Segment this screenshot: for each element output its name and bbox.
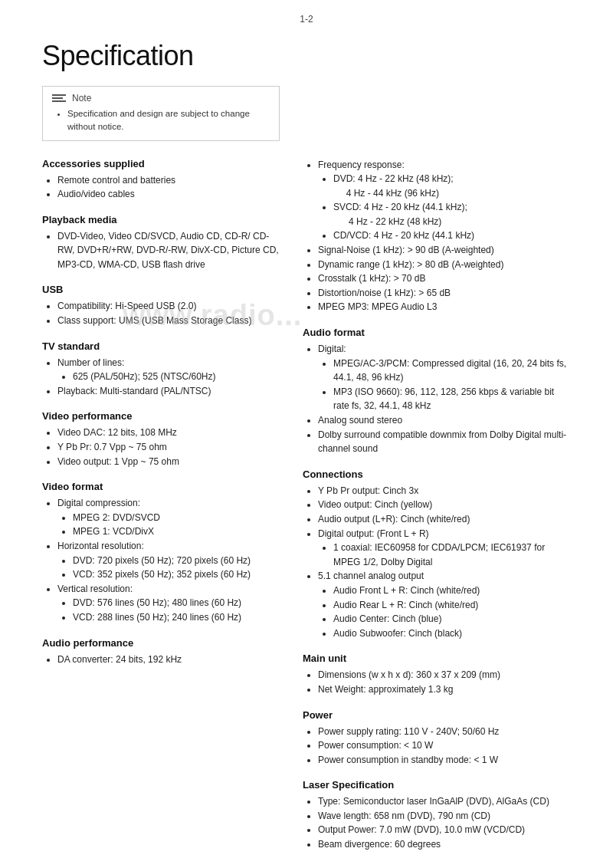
list-item: Y Pb Pr output: Cinch 3x — [318, 484, 571, 498]
list-item: Crosstalk (1 kHz): > 70 dB — [318, 271, 571, 286]
right-column: Frequency response: DVD: 4 Hz - 22 kHz (… — [303, 158, 571, 864]
note-label: Note — [72, 93, 91, 104]
list-item: Type: Semiconductor laser InGaAlP (DVD),… — [318, 794, 571, 809]
list-item: Playback: Multi-standard (PAL/NTSC) — [57, 384, 280, 399]
list-item: Frequency response: DVD: 4 Hz - 22 kHz (… — [318, 158, 571, 244]
section-audio-perf: Audio performance DA converter: 24 bits,… — [42, 637, 280, 667]
list-item: SVCD: 4 Hz - 20 kHz (44.1 kHz); 4 Hz - 2… — [333, 200, 571, 229]
list-item: Audio Subwoofer: Cinch (black) — [333, 626, 571, 641]
list-item: Audio/video cables — [57, 187, 280, 202]
connections-list: Y Pb Pr output: Cinch 3x Video output: C… — [303, 484, 571, 641]
left-column: Accessories supplied Remote control and … — [42, 158, 280, 864]
section-laser: Laser Specification Type: Semiconductor … — [303, 779, 571, 851]
section-title-laser: Laser Specification — [303, 779, 571, 791]
list-item: Y Pb Pr: 0.7 Vpp ~ 75 ohm — [57, 440, 280, 455]
main-unit-list: Dimensions (w x h x d): 360 x 37 x 209 (… — [303, 668, 571, 696]
list-item: 1 coaxial: IEC60958 for CDDA/LPCM; IEC61… — [333, 541, 571, 569]
section-title-video-format: Video format — [42, 481, 280, 492]
section-accessories: Accessories supplied Remote control and … — [42, 158, 280, 202]
list-item: VCD: 288 lines (50 Hz); 240 lines (60 Hz… — [73, 610, 280, 625]
list-item: Distortion/noise (1 kHz): > 65 dB — [318, 286, 571, 301]
section-main-unit: Main unit Dimensions (w x h x d): 360 x … — [303, 653, 571, 696]
list-item: Audio Front L + R: Cinch (white/red) — [333, 584, 571, 598]
laser-list: Type: Semiconductor laser InGaAlP (DVD),… — [303, 794, 571, 851]
section-freq: Frequency response: DVD: 4 Hz - 22 kHz (… — [303, 158, 571, 315]
list-item: MPEG 1: VCD/DivX — [73, 524, 280, 539]
section-video-perf: Video performance Video DAC: 12 bits, 10… — [42, 410, 280, 469]
section-title-playback: Playback media — [42, 214, 280, 225]
accessories-list: Remote control and batteries Audio/video… — [42, 173, 280, 202]
list-item: MPEG 2: DVD/SVCD — [73, 511, 280, 525]
note-box: Note Specification and design are subjec… — [42, 86, 280, 141]
list-item: Digital output: (Front L + R) 1 coaxial:… — [318, 527, 571, 570]
list-item: Video output: Cinch (yellow) — [318, 498, 571, 512]
section-playback: Playback media DVD-Video, Video CD/SVCD,… — [42, 214, 280, 272]
list-item: Dimensions (w x h x d): 360 x 37 x 209 (… — [318, 668, 571, 682]
list-item: Video output: 1 Vpp ~ 75 ohm — [57, 455, 280, 469]
list-item: Digital: MPEG/AC-3/PCM: Compressed digit… — [318, 342, 571, 413]
list-item: Wave length: 658 nm (DVD), 790 nm (CD) — [318, 809, 571, 824]
list-item: Audio Center: Cinch (blue) — [333, 612, 571, 626]
section-title-tv: TV standard — [42, 340, 280, 352]
list-item: MP3 (ISO 9660): 96, 112, 128, 256 kbps &… — [333, 385, 571, 413]
list-item: VCD: 352 pixels (50 Hz); 352 pixels (60 … — [73, 567, 280, 582]
section-power: Power Power supply rating: 110 V - 240V;… — [303, 709, 571, 768]
freq-list: Frequency response: DVD: 4 Hz - 22 kHz (… — [303, 158, 571, 315]
list-item: 5.1 channel analog output Audio Front L … — [318, 569, 571, 640]
section-audio-format: Audio format Digital: MPEG/AC-3/PCM: Com… — [303, 327, 571, 456]
list-item: Power supply rating: 110 V - 240V; 50/60… — [318, 725, 571, 739]
section-video-format: Video format Digital compression: MPEG 2… — [42, 481, 280, 624]
tv-list: Number of lines: 625 (PAL/50Hz); 525 (NT… — [42, 356, 280, 399]
list-item: Vertical resolution: DVD: 576 lines (50 … — [57, 582, 280, 625]
note-item: Specification and design are subject to … — [67, 107, 270, 134]
list-item: Class support: UMS (USB Mass Storage Cla… — [57, 314, 280, 328]
list-item: Number of lines: 625 (PAL/50Hz); 525 (NT… — [57, 356, 280, 384]
list-item: DVD: 4 Hz - 22 kHz (48 kHz); 4 Hz - 44 k… — [333, 172, 571, 200]
list-item: Output Power: 7.0 mW (DVD), 10.0 mW (VCD… — [318, 823, 571, 837]
page-title: Specification — [42, 40, 571, 72]
section-title-audio-format: Audio format — [303, 327, 571, 338]
playback-list: DVD-Video, Video CD/SVCD, Audio CD, CD-R… — [42, 229, 280, 272]
list-item: MPEG MP3: MPEG Audio L3 — [318, 300, 571, 314]
video-format-list: Digital compression: MPEG 2: DVD/SVCD MP… — [42, 496, 280, 624]
list-item: Compatibility: Hi-Speed USB (2.0) — [57, 299, 280, 314]
section-title-accessories: Accessories supplied — [42, 158, 280, 169]
power-list: Power supply rating: 110 V - 240V; 50/60… — [303, 725, 571, 768]
page-number: 1-2 — [0, 0, 613, 32]
list-item: DVD: 720 pixels (50 Hz); 720 pixels (60 … — [73, 554, 280, 568]
list-item: Digital compression: MPEG 2: DVD/SVCD MP… — [57, 496, 280, 539]
section-tv: TV standard Number of lines: 625 (PAL/50… — [42, 340, 280, 399]
list-item: Power consumption: < 10 W — [318, 738, 571, 753]
usb-list: Compatibility: Hi-Speed USB (2.0) Class … — [42, 299, 280, 327]
list-item: DVD: 576 lines (50 Hz); 480 lines (60 Hz… — [73, 596, 280, 610]
note-list: Specification and design are subject to … — [52, 107, 270, 134]
section-title-usb: USB — [42, 284, 280, 295]
list-item: Analog sound stereo — [318, 413, 571, 428]
section-title-audio-perf: Audio performance — [42, 637, 280, 649]
list-item: Horizontal resolution: DVD: 720 pixels (… — [57, 539, 280, 582]
list-item: 625 (PAL/50Hz); 525 (NTSC/60Hz) — [73, 370, 280, 384]
note-icon — [52, 94, 66, 102]
list-item: DVD-Video, Video CD/SVCD, Audio CD, CD-R… — [57, 229, 280, 272]
list-item: DA converter: 24 bits, 192 kHz — [57, 653, 280, 667]
list-item: Audio output (L+R): Cinch (white/red) — [318, 512, 571, 527]
section-title-connections: Connections — [303, 469, 571, 480]
section-connections: Connections Y Pb Pr output: Cinch 3x Vid… — [303, 469, 571, 641]
list-item: Audio Rear L + R: Cinch (white/red) — [333, 598, 571, 613]
video-perf-list: Video DAC: 12 bits, 108 MHz Y Pb Pr: 0.7… — [42, 426, 280, 469]
list-item: Signal-Noise (1 kHz): > 90 dB (A-weighte… — [318, 243, 571, 258]
list-item: Power consumption in standby mode: < 1 W — [318, 753, 571, 768]
section-title-main-unit: Main unit — [303, 653, 571, 664]
audio-perf-list: DA converter: 24 bits, 192 kHz — [42, 653, 280, 667]
section-usb: USB Compatibility: Hi-Speed USB (2.0) Cl… — [42, 284, 280, 327]
list-item: Video DAC: 12 bits, 108 MHz — [57, 426, 280, 440]
list-item: Net Weight: approximately 1.3 kg — [318, 682, 571, 697]
list-item: MPEG/AC-3/PCM: Compressed digital (16, 2… — [333, 357, 571, 385]
section-title-video-perf: Video performance — [42, 410, 280, 422]
list-item: CD/VCD: 4 Hz - 20 kHz (44.1 kHz) — [333, 229, 571, 243]
audio-format-list: Digital: MPEG/AC-3/PCM: Compressed digit… — [303, 342, 571, 456]
list-item: Dynamic range (1 kHz): > 80 dB (A-weight… — [318, 258, 571, 272]
section-title-power: Power — [303, 709, 571, 721]
list-item: Beam divergence: 60 degrees — [318, 837, 571, 852]
list-item: Remote control and batteries — [57, 173, 280, 188]
